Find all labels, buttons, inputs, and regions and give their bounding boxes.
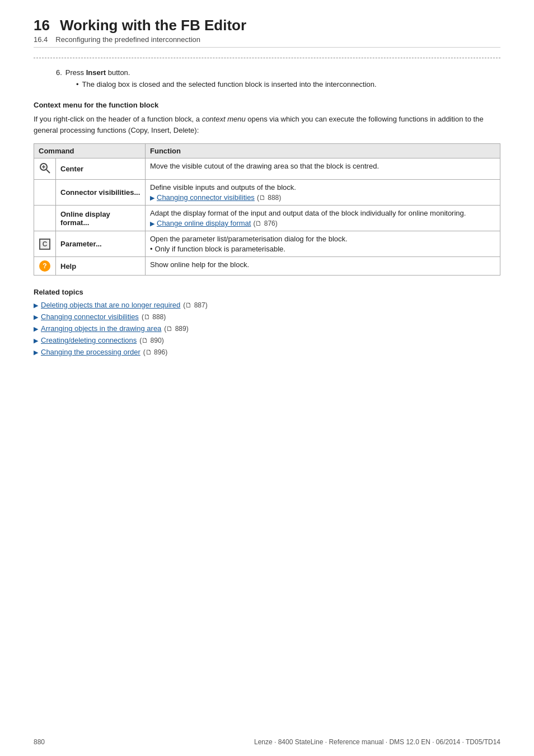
related-topics-section: Related topics ▶ Deleting objects that a…: [34, 288, 500, 356]
ref-arranging: (🗋 889): [164, 325, 188, 333]
intro-paragraph: If you right-click on the header of a fu…: [34, 114, 500, 136]
bullet-dot: •: [150, 245, 153, 253]
func-center: Move the visible cutout of the drawing a…: [146, 158, 500, 180]
chapter-title-line: 16 Working with the FB Editor: [34, 17, 500, 34]
page: 16 Working with the FB Editor 16.4 Recon…: [0, 0, 534, 756]
cmd-param: Parameter...: [56, 231, 146, 257]
icon-cell-help: ?: [34, 257, 56, 276]
param-bullet: • Only if function block is parameterisa…: [150, 245, 495, 253]
cmd-connector: Connector visibilities...: [56, 180, 146, 206]
step-bullet-1: The dialog box is closed and the selecte…: [76, 80, 500, 88]
arrow-icon: ▶: [34, 349, 38, 356]
arrow-icon: ▶: [150, 194, 154, 202]
ref-processing: (🗋 896): [143, 348, 167, 356]
related-item-1: ▶ Deleting objects that are no longer re…: [34, 301, 500, 309]
ref-deleting: (🗋 887): [183, 301, 207, 309]
table-row: Connector visibilities... Define visible…: [34, 180, 500, 206]
page-number: 880: [34, 738, 45, 746]
section-number: 16.4: [34, 35, 48, 44]
param-note: Only if function block is parameterisabl…: [155, 245, 285, 253]
func-connector: Define visible inputs and outputs of the…: [146, 180, 500, 206]
ref-online: (🗋 876): [253, 220, 277, 227]
step-list: 6. Press Insert button. The dialog box i…: [56, 68, 500, 88]
table-row: Center Move the visible cutout of the dr…: [34, 158, 500, 180]
italic-context-menu: context menu: [202, 115, 246, 123]
svg-line-1: [46, 170, 50, 173]
arrow-icon: ▶: [34, 325, 38, 333]
step-number: 6.: [56, 68, 62, 77]
sub-link-online: ▶ Change online display format (🗋 876): [150, 219, 495, 227]
arrow-icon: ▶: [34, 337, 38, 344]
related-item-5: ▶ Changing the processing order (🗋 896): [34, 348, 500, 356]
chapter-title-text: Working with the FB Editor: [60, 17, 246, 34]
related-topics-title: Related topics: [34, 288, 500, 296]
page-header: 16 Working with the FB Editor 16.4 Recon…: [34, 17, 500, 48]
table-header-row: Command Function: [34, 144, 500, 158]
func-param: Open the parameter list/parameterisation…: [146, 231, 500, 257]
link-creating-connections[interactable]: Creating/deleting connections: [41, 336, 137, 344]
section-title: Reconfiguring the predefined interconnec…: [55, 35, 200, 44]
dashed-separator: [34, 58, 500, 58]
doc-info: Lenze · 8400 StateLine · Reference manua…: [254, 738, 500, 746]
page-footer: 880 Lenze · 8400 StateLine · Reference m…: [34, 738, 500, 746]
table-row: Online display format... Adapt the displ…: [34, 206, 500, 231]
link-processing-order[interactable]: Changing the processing order: [41, 348, 140, 356]
related-item-4: ▶ Creating/deleting connections (🗋 890): [34, 336, 500, 344]
link-arranging[interactable]: Arranging objects in the drawing area: [41, 324, 161, 333]
icon-cell-param: C: [34, 231, 56, 257]
link-connector-vis2[interactable]: Changing connector visibilities: [41, 312, 139, 321]
col-function: Function: [146, 144, 500, 158]
insert-bold: Insert: [86, 68, 106, 77]
arrow-icon: ▶: [34, 314, 38, 321]
ref-connector2: (🗋 888): [142, 313, 166, 321]
table-row: C Parameter... Open the parameter list/p…: [34, 231, 500, 257]
func-help: Show online help for the block.: [146, 257, 500, 276]
col-command: Command: [34, 144, 146, 158]
section-line: 16.4 Reconfiguring the predefined interc…: [34, 35, 500, 44]
help-icon: ?: [39, 260, 50, 272]
cmd-help: Help: [56, 257, 146, 276]
sub-link-connector: ▶ Changing connector visibilities (🗋 888…: [150, 193, 495, 202]
arrow-icon: ▶: [150, 220, 154, 227]
icon-cell-online: [34, 206, 56, 231]
related-item-3: ▶ Arranging objects in the drawing area …: [34, 324, 500, 333]
context-menu-heading: Context menu for the function block: [34, 101, 500, 109]
icon-cell-connector: [34, 180, 56, 206]
related-item-2: ▶ Changing connector visibilities (🗋 888…: [34, 312, 500, 321]
link-online-format[interactable]: Change online display format: [157, 219, 251, 227]
step-text: Press Insert button.: [65, 68, 130, 77]
ref-creating: (🗋 890): [139, 337, 163, 344]
link-connector-vis[interactable]: Changing connector visibilities: [157, 193, 255, 202]
icon-cell-center: [34, 158, 56, 180]
link-deleting[interactable]: Deleting objects that are no longer requ…: [41, 301, 180, 309]
param-icon: C: [39, 239, 50, 250]
chapter-number: 16: [34, 17, 50, 34]
ref-connector: (🗋 888): [257, 194, 281, 202]
table-row: ? Help Show online help for the block.: [34, 257, 500, 276]
step-6: 6. Press Insert button.: [56, 68, 500, 77]
cmd-online: Online display format...: [56, 206, 146, 231]
func-online: Adapt the display format of the input an…: [146, 206, 500, 231]
arrow-icon: ▶: [34, 302, 38, 309]
magnify-icon: [39, 162, 51, 174]
cmd-center: Center: [56, 158, 146, 180]
bullet-text: The dialog box is closed and the selecte…: [82, 80, 377, 88]
command-table: Command Function Center: [34, 143, 500, 276]
